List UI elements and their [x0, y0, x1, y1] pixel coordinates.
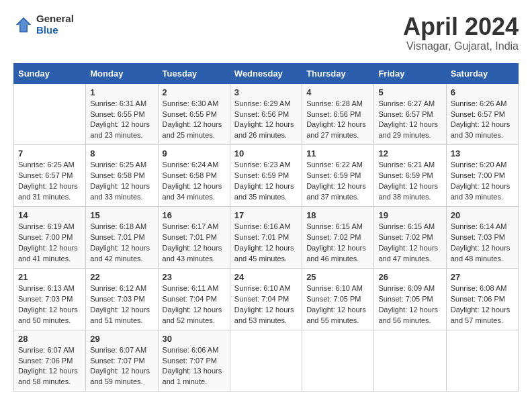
day-number: 19 [378, 210, 441, 220]
header-row: SundayMondayTuesdayWednesdayThursdayFrid… [14, 63, 519, 83]
day-content: Sunrise: 6:07 AM Sunset: 7:07 PM Dayligh… [90, 345, 153, 388]
day-content: Sunrise: 6:17 AM Sunset: 7:01 PM Dayligh… [163, 222, 226, 265]
day-content: Sunrise: 6:12 AM Sunset: 7:03 PM Dayligh… [90, 283, 153, 326]
day-content: Sunrise: 6:11 AM Sunset: 7:04 PM Dayligh… [163, 283, 226, 326]
day-cell: 8Sunrise: 6:25 AM Sunset: 6:58 PM Daylig… [86, 145, 158, 207]
day-number: 8 [90, 148, 153, 158]
day-number: 2 [163, 87, 226, 97]
day-cell [446, 330, 518, 392]
day-content: Sunrise: 6:30 AM Sunset: 6:55 PM Dayligh… [163, 99, 226, 142]
day-content: Sunrise: 6:31 AM Sunset: 6:55 PM Dayligh… [90, 99, 153, 142]
day-number: 4 [306, 87, 369, 97]
day-cell: 9Sunrise: 6:24 AM Sunset: 6:58 PM Daylig… [158, 145, 230, 207]
day-content: Sunrise: 6:10 AM Sunset: 7:04 PM Dayligh… [234, 283, 298, 326]
day-content: Sunrise: 6:10 AM Sunset: 7:05 PM Dayligh… [306, 283, 369, 326]
title-block: April 2024 Visnagar, Gujarat, India [403, 13, 519, 52]
day-cell: 22Sunrise: 6:12 AM Sunset: 7:03 PM Dayli… [86, 268, 158, 330]
calendar-body: 1Sunrise: 6:31 AM Sunset: 6:55 PM Daylig… [14, 83, 519, 392]
day-cell: 27Sunrise: 6:08 AM Sunset: 7:06 PM Dayli… [446, 268, 518, 330]
day-cell: 5Sunrise: 6:27 AM Sunset: 6:57 PM Daylig… [374, 83, 446, 145]
day-content: Sunrise: 6:08 AM Sunset: 7:06 PM Dayligh… [451, 283, 514, 326]
day-number: 1 [90, 87, 153, 97]
day-number: 15 [90, 210, 153, 220]
day-number: 3 [234, 87, 298, 97]
day-content: Sunrise: 6:14 AM Sunset: 7:03 PM Dayligh… [451, 222, 514, 265]
month-title: April 2024 [403, 13, 519, 40]
day-cell: 25Sunrise: 6:10 AM Sunset: 7:05 PM Dayli… [302, 268, 374, 330]
day-content: Sunrise: 6:16 AM Sunset: 7:01 PM Dayligh… [234, 222, 298, 265]
location: Visnagar, Gujarat, India [403, 40, 519, 52]
day-number: 28 [18, 334, 81, 344]
day-content: Sunrise: 6:07 AM Sunset: 7:06 PM Dayligh… [18, 345, 81, 388]
day-content: Sunrise: 6:26 AM Sunset: 6:57 PM Dayligh… [451, 99, 514, 142]
day-cell: 12Sunrise: 6:21 AM Sunset: 6:59 PM Dayli… [374, 145, 446, 207]
day-content: Sunrise: 6:15 AM Sunset: 7:02 PM Dayligh… [378, 222, 441, 265]
day-number: 25 [306, 272, 369, 282]
day-cell: 19Sunrise: 6:15 AM Sunset: 7:02 PM Dayli… [374, 207, 446, 269]
page-header: General Blue April 2024 Visnagar, Gujara… [13, 13, 519, 52]
day-cell: 24Sunrise: 6:10 AM Sunset: 7:04 PM Dayli… [230, 268, 302, 330]
day-content: Sunrise: 6:23 AM Sunset: 6:59 PM Dayligh… [234, 160, 298, 203]
day-content: Sunrise: 6:15 AM Sunset: 7:02 PM Dayligh… [306, 222, 369, 265]
day-number: 12 [378, 148, 441, 158]
week-row-1: 7Sunrise: 6:25 AM Sunset: 6:57 PM Daylig… [14, 145, 519, 207]
day-cell: 28Sunrise: 6:07 AM Sunset: 7:06 PM Dayli… [14, 330, 86, 392]
logo: General Blue [13, 13, 74, 36]
day-number: 20 [451, 210, 514, 220]
day-content: Sunrise: 6:13 AM Sunset: 7:03 PM Dayligh… [18, 283, 81, 326]
day-cell: 1Sunrise: 6:31 AM Sunset: 6:55 PM Daylig… [86, 83, 158, 145]
logo-icon [13, 15, 34, 35]
day-cell: 21Sunrise: 6:13 AM Sunset: 7:03 PM Dayli… [14, 268, 86, 330]
day-cell: 15Sunrise: 6:18 AM Sunset: 7:01 PM Dayli… [86, 207, 158, 269]
day-content: Sunrise: 6:09 AM Sunset: 7:05 PM Dayligh… [378, 283, 441, 326]
header-cell-tuesday: Tuesday [158, 63, 230, 83]
day-content: Sunrise: 6:20 AM Sunset: 7:00 PM Dayligh… [451, 160, 514, 203]
header-cell-thursday: Thursday [302, 63, 374, 83]
svg-marker-1 [17, 19, 30, 32]
day-number: 7 [18, 148, 81, 158]
header-cell-monday: Monday [86, 63, 158, 83]
day-content: Sunrise: 6:24 AM Sunset: 6:58 PM Dayligh… [163, 160, 226, 203]
day-cell: 7Sunrise: 6:25 AM Sunset: 6:57 PM Daylig… [14, 145, 86, 207]
header-cell-saturday: Saturday [446, 63, 518, 83]
day-content: Sunrise: 6:29 AM Sunset: 6:56 PM Dayligh… [234, 99, 298, 142]
day-number: 27 [451, 272, 514, 282]
day-number: 14 [18, 210, 81, 220]
day-content: Sunrise: 6:18 AM Sunset: 7:01 PM Dayligh… [90, 222, 153, 265]
day-number: 6 [451, 87, 514, 97]
day-cell: 2Sunrise: 6:30 AM Sunset: 6:55 PM Daylig… [158, 83, 230, 145]
logo-text: General Blue [36, 13, 74, 36]
day-number: 24 [234, 272, 298, 282]
day-cell: 13Sunrise: 6:20 AM Sunset: 7:00 PM Dayli… [446, 145, 518, 207]
week-row-0: 1Sunrise: 6:31 AM Sunset: 6:55 PM Daylig… [14, 83, 519, 145]
day-cell: 17Sunrise: 6:16 AM Sunset: 7:01 PM Dayli… [230, 207, 302, 269]
header-cell-friday: Friday [374, 63, 446, 83]
day-cell [14, 83, 86, 145]
logo-general: General [36, 13, 74, 25]
day-cell: 3Sunrise: 6:29 AM Sunset: 6:56 PM Daylig… [230, 83, 302, 145]
day-content: Sunrise: 6:25 AM Sunset: 6:58 PM Dayligh… [90, 160, 153, 203]
day-cell: 23Sunrise: 6:11 AM Sunset: 7:04 PM Dayli… [158, 268, 230, 330]
header-cell-wednesday: Wednesday [230, 63, 302, 83]
day-number: 5 [378, 87, 441, 97]
day-number: 10 [234, 148, 298, 158]
day-number: 23 [163, 272, 226, 282]
day-number: 18 [306, 210, 369, 220]
logo-blue: Blue [36, 25, 74, 36]
day-number: 17 [234, 210, 298, 220]
day-cell [374, 330, 446, 392]
day-cell: 26Sunrise: 6:09 AM Sunset: 7:05 PM Dayli… [374, 268, 446, 330]
day-cell: 29Sunrise: 6:07 AM Sunset: 7:07 PM Dayli… [86, 330, 158, 392]
day-cell [302, 330, 374, 392]
day-cell: 18Sunrise: 6:15 AM Sunset: 7:02 PM Dayli… [302, 207, 374, 269]
day-content: Sunrise: 6:27 AM Sunset: 6:57 PM Dayligh… [378, 99, 441, 142]
day-cell: 4Sunrise: 6:28 AM Sunset: 6:56 PM Daylig… [302, 83, 374, 145]
week-row-4: 28Sunrise: 6:07 AM Sunset: 7:06 PM Dayli… [14, 330, 519, 392]
day-number: 9 [163, 148, 226, 158]
day-cell: 20Sunrise: 6:14 AM Sunset: 7:03 PM Dayli… [446, 207, 518, 269]
day-number: 11 [306, 148, 369, 158]
day-content: Sunrise: 6:21 AM Sunset: 6:59 PM Dayligh… [378, 160, 441, 203]
day-content: Sunrise: 6:25 AM Sunset: 6:57 PM Dayligh… [18, 160, 81, 203]
day-content: Sunrise: 6:19 AM Sunset: 7:00 PM Dayligh… [18, 222, 81, 265]
day-number: 21 [18, 272, 81, 282]
